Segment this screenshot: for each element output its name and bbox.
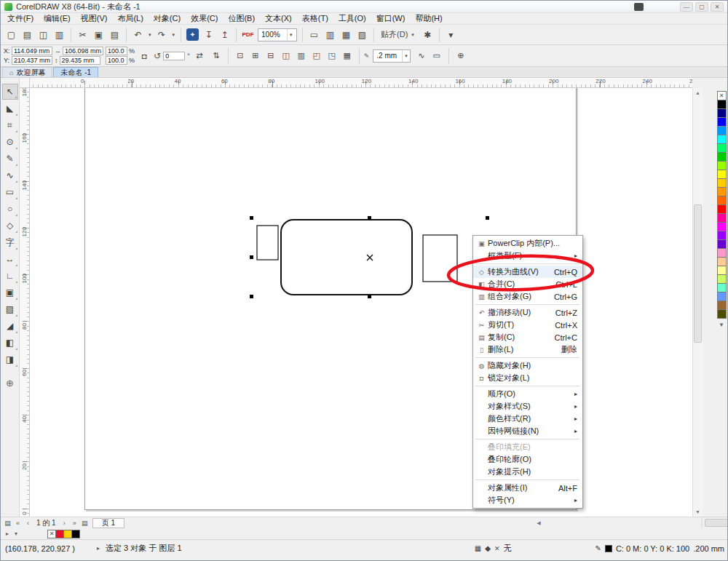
- zoom-levels-combo[interactable]: 100%▾: [258, 28, 297, 41]
- drawing-canvas[interactable]: ▣PowerClip 内部(P)...框类型(F)▸◇转换为曲线(V)Ctrl+…: [30, 88, 692, 517]
- outline-pen-status-icon[interactable]: ✎: [596, 544, 601, 552]
- scroll-up-icon[interactable]: ▲: [693, 88, 703, 98]
- selection-handle[interactable]: [368, 295, 371, 298]
- weld-button[interactable]: ◫: [279, 49, 293, 63]
- context-menu-item-14[interactable]: ◘锁定对象(L): [473, 372, 582, 384]
- fill-status-icon[interactable]: ◆: [485, 544, 491, 552]
- toolbox-customize-button[interactable]: ⊕: [2, 375, 18, 391]
- horizontal-scrollbar[interactable]: ◀ ▶: [376, 518, 701, 528]
- freehand-tool[interactable]: ✎: [2, 151, 18, 167]
- context-menu-item-11[interactable]: ▯删除(L)删除: [473, 343, 582, 356]
- tab-welcome-screen[interactable]: ⌂ 欢迎屏幕: [2, 67, 52, 77]
- interactive-fill-tool[interactable]: ◧: [2, 335, 18, 351]
- tab-untitled-1[interactable]: 未命名 -1: [53, 67, 98, 77]
- context-menu-item-5[interactable]: ◧合并(C)Ctrl+L: [473, 278, 582, 290]
- small-right-rectangle[interactable]: [423, 235, 457, 282]
- last-page-button[interactable]: »: [70, 520, 79, 527]
- context-menu-item-8[interactable]: ↶撤消移动(U)Ctrl+Z: [473, 306, 582, 319]
- context-menu-item-13[interactable]: ◍隐藏对象(H): [473, 359, 582, 372]
- small-left-rectangle[interactable]: [257, 226, 278, 260]
- open-document-button[interactable]: ▤: [20, 27, 35, 42]
- selection-handle[interactable]: [486, 216, 489, 220]
- selection-handle[interactable]: [250, 255, 253, 259]
- redo-button[interactable]: ↷: [154, 27, 170, 42]
- close-button[interactable]: ✕: [711, 2, 724, 12]
- lock-ratio-button[interactable]: ◘: [137, 49, 151, 63]
- search-content-button[interactable]: ✦: [186, 28, 199, 41]
- vertical-scrollbar-track[interactable]: [693, 98, 703, 507]
- titlebar-badge-icon[interactable]: [634, 3, 644, 11]
- show-rulers-button[interactable]: ▥: [323, 27, 338, 42]
- minimize-button[interactable]: —: [680, 2, 693, 12]
- context-menu-item-1[interactable]: ▣PowerClip 内部(P)...: [473, 237, 582, 250]
- copy-button[interactable]: ▣: [91, 27, 106, 42]
- previous-page-button[interactable]: ‹: [23, 520, 33, 527]
- export-button[interactable]: ↥: [217, 27, 232, 42]
- crop-tool[interactable]: ⌗: [2, 117, 18, 133]
- undo-button[interactable]: ↶: [130, 27, 146, 42]
- context-menu-item-10[interactable]: ▤复制(C)Ctrl+C: [473, 331, 582, 343]
- context-menu-item-23[interactable]: 对象提示(H): [473, 466, 582, 478]
- context-menu-item-18[interactable]: 颜色样式(R)▸: [473, 413, 582, 425]
- menubar-item-10[interactable]: 工具(O): [333, 12, 371, 25]
- page-flip-icon[interactable]: ▤: [3, 520, 12, 527]
- rotation-angle-field[interactable]: 0: [163, 52, 185, 60]
- object-x-position-field[interactable]: 114.049 mm: [12, 47, 52, 55]
- context-menu-item-9[interactable]: ✂剪切(T)Ctrl+X: [473, 319, 582, 331]
- save-document-button[interactable]: ◫: [36, 27, 51, 42]
- polygon-tool[interactable]: ◇: [2, 218, 18, 234]
- context-menu-item-6[interactable]: ▥组合对象(G)Ctrl+G: [473, 290, 582, 303]
- object-width-field[interactable]: 106.098 mm: [63, 47, 103, 55]
- menubar-item-12[interactable]: 帮助(H): [410, 12, 447, 25]
- ungroup-objects-button[interactable]: ⊟: [264, 49, 278, 63]
- drop-shadow-tool[interactable]: ▣: [2, 285, 18, 301]
- context-menu-item-25[interactable]: 对象属性(I)Alt+F: [473, 482, 582, 494]
- shape-tool[interactable]: ◣: [2, 100, 18, 116]
- vertical-scrollbar-thumb[interactable]: [694, 204, 702, 343]
- document-color-swatch-3[interactable]: [71, 530, 80, 538]
- smart-fill-tool[interactable]: ◨: [2, 351, 18, 367]
- next-page-button[interactable]: ›: [60, 520, 69, 527]
- selection-handle[interactable]: [250, 216, 253, 220]
- menubar-item-6[interactable]: 效果(C): [186, 12, 223, 25]
- transparency-tool[interactable]: ▨: [2, 301, 18, 317]
- options-button[interactable]: ✱: [420, 27, 435, 42]
- front-minus-back-button[interactable]: ▦: [340, 49, 355, 63]
- vertical-ruler[interactable]: 180160140120100806040200: [20, 88, 30, 517]
- combine-button[interactable]: ⊡: [233, 49, 248, 63]
- object-height-field[interactable]: 29.435 mm: [60, 56, 100, 65]
- dimension-tool[interactable]: ↔: [2, 251, 18, 267]
- wrap-text-button[interactable]: ∿: [414, 49, 429, 63]
- horizontal-scrollbar-track[interactable]: [701, 518, 703, 528]
- context-menu-item-26[interactable]: 符号(Y)▸: [473, 494, 582, 506]
- color-eyedropper-tool[interactable]: ◢: [2, 318, 18, 334]
- menubar-item-8[interactable]: 文本(X): [260, 12, 297, 25]
- mirror-vertical-button[interactable]: ⇅: [209, 49, 223, 63]
- group-objects-button[interactable]: ⊞: [248, 49, 263, 63]
- status-flyout-icon[interactable]: ▸: [97, 545, 100, 552]
- intersect-button[interactable]: ◰: [309, 49, 324, 63]
- snap-to-button[interactable]: 贴齐(D)▾: [378, 27, 419, 42]
- application-launcher-button[interactable]: ▾: [443, 27, 459, 42]
- titlebar[interactable]: CorelDRAW X8 (64-Bit) - 未命名 -1 — ▢ ✕: [1, 1, 727, 13]
- print-button[interactable]: ▥: [52, 27, 67, 42]
- scale-x-field[interactable]: 100.0: [106, 47, 127, 55]
- scale-y-field[interactable]: 100.0: [106, 56, 127, 65]
- artistic-media-tool[interactable]: ∿: [2, 167, 18, 183]
- menubar-item-1[interactable]: 文件(F): [2, 12, 39, 25]
- more-options-button[interactable]: ⊕: [454, 49, 468, 63]
- context-menu-item-4[interactable]: ◇转换为曲线(V)Ctrl+Q: [473, 266, 582, 278]
- scroll-left-icon[interactable]: ◀: [376, 518, 701, 528]
- show-guidelines-button[interactable]: ▧: [355, 27, 370, 42]
- mirror-horizontal-button[interactable]: ⇄: [192, 49, 207, 63]
- document-palette-dropdown-icon[interactable]: ▾: [12, 530, 20, 537]
- full-screen-preview-button[interactable]: ▭: [306, 27, 322, 42]
- dropdown-arrow-icon[interactable]: ▾: [146, 25, 154, 44]
- pick-tool[interactable]: ↖: [2, 84, 18, 100]
- horizontal-scrollbar-thumb[interactable]: [705, 519, 728, 527]
- import-button[interactable]: ↧: [201, 27, 216, 42]
- menubar-item-3[interactable]: 视图(V): [76, 12, 113, 25]
- menubar-item-11[interactable]: 窗口(W): [371, 12, 411, 25]
- maximize-button[interactable]: ▢: [695, 2, 708, 12]
- dropdown-arrow-icon[interactable]: ▾: [402, 50, 410, 62]
